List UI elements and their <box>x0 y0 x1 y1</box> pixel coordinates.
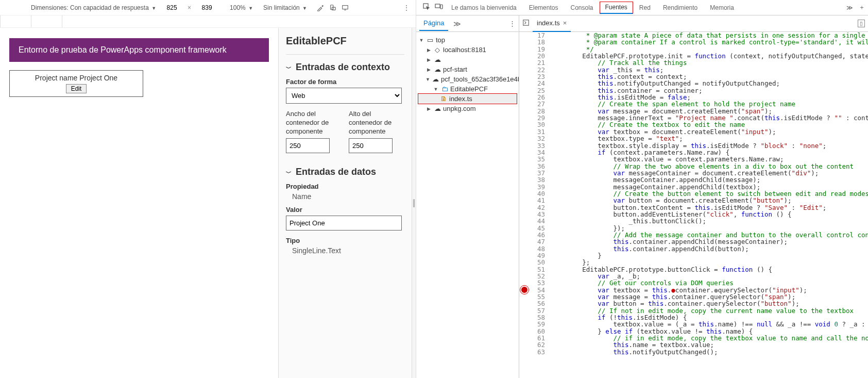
height-input[interactable] <box>195 4 218 11</box>
tab-welcome[interactable]: Le damos la bienvenida <box>445 0 523 15</box>
file-list-icon[interactable] <box>522 19 530 28</box>
dimensions-dropdown[interactable]: Dimensiones: Con capacidad de respuesta … <box>31 4 156 11</box>
file-tab-index-ts[interactable]: index.ts × <box>533 15 571 32</box>
value-label: Valor <box>286 206 404 213</box>
tree-pcf-start[interactable]: ▶☁pcf-start <box>418 64 517 74</box>
tree-top[interactable]: ▼▭top <box>418 35 517 45</box>
container-width-label: Ancho del contenedor de componente <box>286 110 342 136</box>
file-tree: ▼▭top ▶◇localhost:8181 ▶☁ ▶☁pcf-start ▼☁… <box>416 32 519 117</box>
device-frame-icon[interactable] <box>341 4 349 12</box>
tree-pcf-tools[interactable]: ▼☁pcf_tools_652ac3f36e1e4bca82 <box>418 74 517 84</box>
add-tab-icon[interactable]: ＋ <box>856 3 868 12</box>
tree-cloud[interactable]: ▶☁ <box>418 55 517 64</box>
form-factor-label: Factor de forma <box>286 78 404 86</box>
devtools-tabbar: Le damos la bienvenida Elementos Consola… <box>416 0 868 15</box>
ruler <box>0 15 416 28</box>
data-inputs-heading: Entradas de datos <box>296 167 376 177</box>
breakpoint-marker[interactable] <box>521 287 527 293</box>
value-input[interactable] <box>286 216 402 231</box>
harness-header: Entorno de prueba de PowerApps component… <box>9 38 269 62</box>
inspect-element-icon[interactable] <box>420 3 433 12</box>
property-value: Name <box>286 192 404 201</box>
svg-rect-5 <box>435 4 440 8</box>
nav-page-tab[interactable]: Página <box>419 16 448 31</box>
tree-editablepcf[interactable]: ▼🗀EditablePCF <box>418 84 517 94</box>
type-label: Tipo <box>286 237 404 244</box>
project-name-value: Project One <box>79 74 117 82</box>
property-label: Propiedad <box>286 183 404 190</box>
zoom-dropdown[interactable]: 100% ▼ <box>230 4 253 11</box>
component-title: EditablePCF <box>286 35 404 47</box>
form-factor-select[interactable]: Web <box>286 88 402 104</box>
tab-network[interactable]: Red <box>633 0 657 15</box>
close-icon[interactable]: × <box>563 19 567 27</box>
container-height-input[interactable] <box>349 138 393 153</box>
tab-sources[interactable]: Fuentes <box>600 2 633 14</box>
chevron-down-icon[interactable]: ﹀ <box>286 64 292 72</box>
tree-index-ts[interactable]: 🗎index.ts <box>418 94 517 104</box>
toggle-sidebar-icon[interactable]: ▯ <box>858 20 865 27</box>
chevron-down-icon[interactable]: ﹀ <box>286 169 292 177</box>
throttle-dropdown[interactable]: Sin limitación ▼ <box>263 4 307 11</box>
rotate-icon[interactable] <box>329 4 337 12</box>
container-width-input[interactable] <box>286 138 330 153</box>
eyedropper-icon[interactable] <box>316 4 325 12</box>
more-nav-icon[interactable]: ≫ <box>453 20 461 28</box>
more-tabs-icon[interactable]: ≫ <box>843 4 856 11</box>
type-value: SingleLine.Text <box>286 246 404 255</box>
component-preview: Project name Project One Edit <box>9 70 143 97</box>
dimension-separator: × <box>188 4 191 11</box>
project-name-label: Project name <box>35 74 77 82</box>
container-height-label: Alto del contenedor de componente <box>349 110 404 136</box>
resize-handle[interactable]: ║ <box>412 28 416 378</box>
tab-performance[interactable]: Rendimiento <box>657 0 704 15</box>
width-input[interactable] <box>160 4 183 11</box>
tab-memory[interactable]: Memoria <box>704 0 740 15</box>
edit-button[interactable]: Edit <box>66 84 87 93</box>
svg-rect-2 <box>343 5 348 9</box>
more-icon[interactable]: ⋮ <box>402 4 411 12</box>
inspector-panel: EditablePCF ﹀Entradas de contexto Factor… <box>278 28 412 378</box>
device-toggle-icon[interactable] <box>433 3 445 12</box>
tab-elements[interactable]: Elementos <box>523 0 565 15</box>
tab-console[interactable]: Consola <box>564 0 599 15</box>
context-inputs-heading: Entradas de contexto <box>296 62 390 72</box>
nav-menu-icon[interactable]: ⋮ <box>509 20 516 27</box>
tree-localhost[interactable]: ▶◇localhost:8181 <box>418 45 517 55</box>
tree-unpkg[interactable]: ▶☁unpkg.com <box>418 104 517 113</box>
code-editor[interactable]: 1718192021222324252627282930313233343536… <box>519 32 868 378</box>
responsive-toolbar: Dimensiones: Con capacidad de respuesta … <box>0 0 416 15</box>
svg-rect-6 <box>440 5 442 9</box>
